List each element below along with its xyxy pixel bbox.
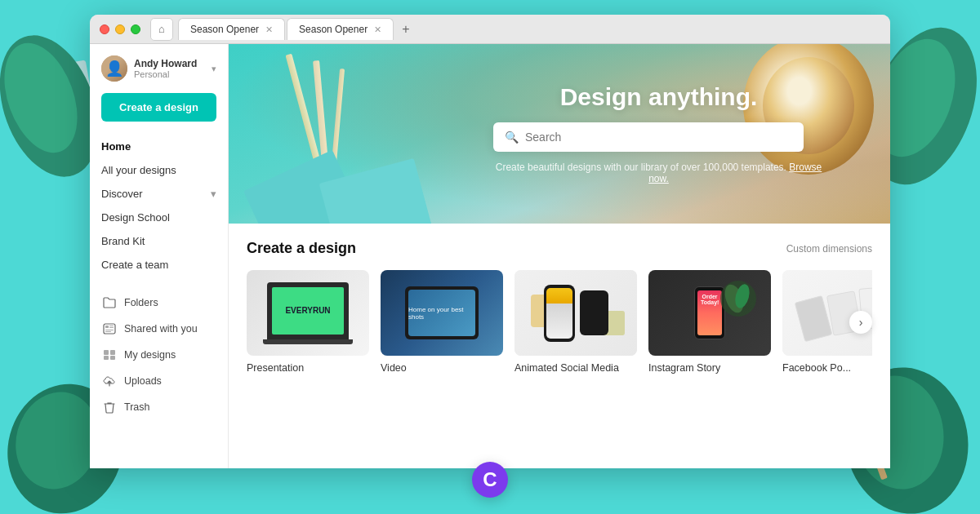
search-icon: 🔍: [505, 131, 519, 144]
search-bar[interactable]: 🔍: [493, 122, 804, 152]
laptop-base: [263, 339, 353, 344]
template-label-presentation: Presentation: [247, 362, 369, 374]
laptop-decoration: EVERYRUN: [263, 282, 353, 344]
browse-now-link[interactable]: Browse now.: [648, 162, 822, 184]
template-thumb-video: Home on your best shots: [381, 270, 503, 356]
title-bar: ⌂ Season Opener ✕ Season Opener ✕ +: [90, 15, 890, 44]
svg-rect-12: [105, 330, 114, 330]
phone-social-screen: [546, 288, 572, 339]
sidebar-item-design-school-label: Design School: [101, 211, 170, 224]
sidebar-item-create-team[interactable]: Create a team: [101, 253, 216, 277]
search-input[interactable]: [525, 131, 792, 144]
browser-body: Andy Howard Personal ▾ Create a design H…: [90, 44, 890, 468]
avatar-image: [101, 55, 127, 82]
template-label-facebook: Facebook Po...: [782, 362, 872, 374]
sidebar-item-folders[interactable]: Folders: [101, 290, 216, 316]
new-tab-button[interactable]: +: [395, 18, 416, 40]
main-content: Design anything. 🔍 Create beautiful desi…: [229, 44, 890, 468]
svg-rect-11: [109, 327, 114, 328]
tab-1-close[interactable]: ✕: [265, 24, 273, 35]
uploads-icon: [101, 373, 118, 389]
template-card-instagram[interactable]: Order Today!: [648, 270, 771, 374]
hero-pencils-decoration: [253, 69, 416, 166]
sidebar-item-create-team-label: Create a team: [101, 259, 168, 271]
close-button[interactable]: [100, 24, 109, 34]
hero-title: Design anything.: [493, 83, 824, 111]
sidebar-item-brand-kit-label: Brand Kit: [101, 235, 145, 247]
trash-icon: [101, 399, 118, 415]
bg-decoration-envelope: [21, 60, 93, 115]
template-label-social: Animated Social Media: [514, 362, 637, 374]
svg-rect-17: [110, 356, 115, 360]
browser-window: ⌂ Season Opener ✕ Season Opener ✕ + Andy: [90, 15, 890, 468]
section-title: Create a design: [247, 240, 356, 257]
trash-label: Trash: [124, 401, 150, 413]
uploads-label: Uploads: [124, 375, 162, 387]
template-thumb-presentation: EVERYRUN: [247, 270, 369, 356]
sidebar-item-my-designs[interactable]: My designs: [101, 342, 216, 368]
shared-icon: [101, 321, 118, 337]
canva-logo: C: [472, 462, 508, 498]
tab-1-label: Season Opener: [190, 24, 259, 35]
minimize-button[interactable]: [115, 24, 125, 34]
phone-screen-landscape: Home on your best shots: [408, 290, 475, 336]
sidebar-item-home[interactable]: Home: [101, 135, 216, 158]
fb-page-1: [794, 295, 832, 341]
sidebar-item-trash[interactable]: Trash: [101, 394, 216, 420]
template-label-video: Video: [381, 362, 503, 374]
tab-2-label: Season Opener: [299, 24, 368, 35]
custom-dimensions-link[interactable]: Custom dimensions: [786, 243, 872, 255]
template-thumb-instagram: Order Today!: [648, 270, 771, 356]
home-button[interactable]: ⌂: [150, 18, 173, 41]
phone-social: [544, 285, 575, 342]
sidebar-item-home-label: Home: [101, 140, 131, 153]
laptop-screen: EVERYRUN: [272, 287, 344, 335]
template-thumb-social: [514, 270, 637, 356]
hero-text-block: Design anything. 🔍 Create beautiful desi…: [493, 83, 824, 184]
folders-label: Folders: [124, 297, 158, 308]
svg-rect-10: [109, 326, 114, 326]
svg-rect-13: [105, 331, 111, 332]
avatar: [101, 55, 127, 82]
template-card-video[interactable]: Home on your best shots Video: [381, 270, 503, 374]
create-design-button[interactable]: Create a design: [101, 93, 216, 122]
user-plan: Personal: [134, 69, 205, 79]
svg-rect-14: [104, 350, 109, 355]
sidebar-item-discover[interactable]: Discover ▾: [101, 182, 216, 206]
browser-tabs: Season Opener ✕ Season Opener ✕ +: [178, 18, 416, 40]
scroll-right-arrow[interactable]: ›: [849, 311, 872, 334]
folder-icon: [101, 295, 118, 311]
templates-wrapper: EVERYRUN Presentation: [247, 270, 872, 374]
template-label-instagram: Instagram Story: [648, 362, 771, 374]
discover-chevron: ▾: [211, 188, 216, 200]
sidebar-item-discover-label: Discover: [101, 188, 143, 200]
template-card-social[interactable]: Animated Social Media: [514, 270, 637, 374]
sidebar-item-brand-kit[interactable]: Brand Kit: [101, 229, 216, 253]
create-design-section: Create a design Custom dimensions EVERYR…: [229, 224, 890, 468]
tab-2-close[interactable]: ✕: [374, 24, 381, 35]
user-menu-chevron: ▾: [212, 64, 216, 74]
section-header: Create a design Custom dimensions: [247, 240, 872, 257]
sidebar-item-shared[interactable]: Shared with you: [101, 316, 216, 342]
maximize-button[interactable]: [131, 24, 140, 34]
shared-label: Shared with you: [124, 323, 198, 335]
tab-2[interactable]: Season Opener ✕: [287, 18, 394, 40]
sidebar-item-all-designs[interactable]: All your designs: [101, 158, 216, 182]
template-card-presentation[interactable]: EVERYRUN Presentation: [247, 270, 369, 374]
hero-subtitle: Create beautiful designs with our librar…: [493, 162, 824, 184]
templates-row: EVERYRUN Presentation: [247, 270, 872, 374]
user-name: Andy Howard: [134, 58, 205, 69]
sidebar: Andy Howard Personal ▾ Create a design H…: [90, 44, 229, 468]
designs-icon: [101, 347, 118, 363]
my-designs-label: My designs: [124, 349, 176, 361]
nav-section: Home All your designs Discover ▾ Design …: [90, 135, 228, 457]
hero-banner: Design anything. 🔍 Create beautiful desi…: [229, 44, 890, 224]
svg-rect-9: [105, 326, 109, 328]
sidebar-item-design-school[interactable]: Design School: [101, 206, 216, 229]
tab-1[interactable]: Season Opener ✕: [178, 18, 285, 40]
laptop: EVERYRUN: [267, 282, 349, 339]
sidebar-item-uploads[interactable]: Uploads: [101, 368, 216, 394]
user-profile[interactable]: Andy Howard Personal ▾: [90, 55, 228, 93]
svg-rect-16: [104, 356, 109, 360]
sidebar-item-all-designs-label: All your designs: [101, 164, 176, 176]
